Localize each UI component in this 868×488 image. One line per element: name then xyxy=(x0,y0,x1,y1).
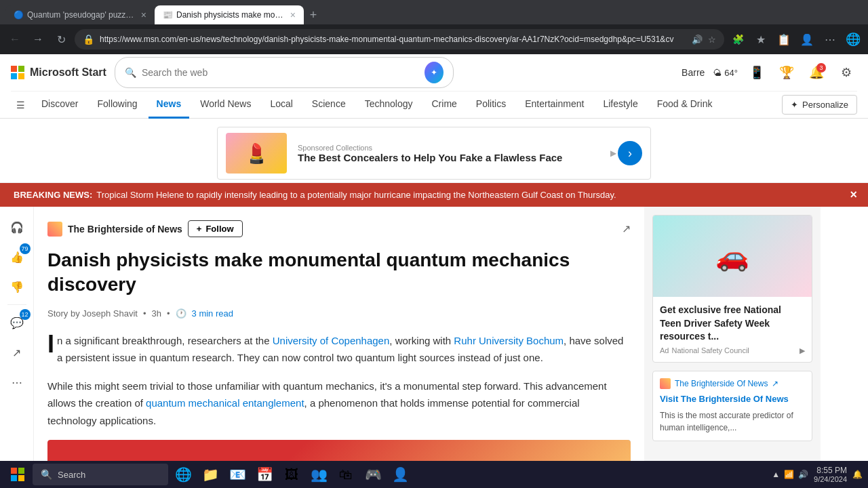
nav-item-following[interactable]: Following xyxy=(89,92,145,119)
msn-search-box[interactable]: 🔍 ✦ xyxy=(115,57,454,88)
ruhr-university-link[interactable]: Ruhr University Bochum xyxy=(454,335,564,346)
article-title: Danish physicists make monumental quantu… xyxy=(47,248,631,298)
university-copenhagen-link[interactable]: University of Copenhagen xyxy=(273,335,390,346)
taskbar-search[interactable]: 🔍 Search xyxy=(33,464,168,485)
new-tab-button[interactable]: + xyxy=(304,5,323,24)
weather-icon: 🌤 xyxy=(713,68,722,78)
nav-item-science[interactable]: Science xyxy=(304,92,354,119)
extensions-button[interactable]: 🧩 xyxy=(728,30,747,49)
audio-icon[interactable]: 🎧 xyxy=(5,215,29,239)
taskbar-up-icon[interactable]: ▲ xyxy=(772,470,780,479)
taskbar-teams[interactable]: 👥 xyxy=(307,462,331,487)
nav-item-news[interactable]: News xyxy=(149,92,190,119)
share-button[interactable]: ↗ xyxy=(5,340,29,365)
taskbar-explorer[interactable]: 📁 xyxy=(198,462,222,487)
profile-button[interactable]: 👤 xyxy=(797,30,816,49)
nav-item-technology[interactable]: Technology xyxy=(357,92,421,119)
ad-dismiss-icon[interactable]: ▶ xyxy=(610,148,616,158)
msn-search-input[interactable] xyxy=(142,67,419,78)
tab-2-close[interactable]: × xyxy=(290,9,296,20)
more-options-button[interactable]: ⋯ xyxy=(5,370,29,394)
taskbar-game[interactable]: 🎮 xyxy=(361,462,385,487)
copilot-button[interactable]: ✦ xyxy=(425,62,443,83)
nav-item-politics[interactable]: Politics xyxy=(468,92,514,119)
collections-button[interactable]: 📋 xyxy=(774,30,793,49)
notifications-icon[interactable]: 🔔 3 xyxy=(806,62,827,83)
tab-bar: 🔵 Quantum 'pseudogap' puzzle cra... × 📰 … xyxy=(0,0,868,24)
taskbar-notification-icon[interactable]: 🔔 xyxy=(852,470,863,479)
entanglement-link[interactable]: quantum mechanical entanglement xyxy=(146,397,304,409)
msn-logo[interactable]: Microsoft Start xyxy=(11,66,106,79)
weather-widget[interactable]: 🌤 64° xyxy=(713,68,738,78)
refresh-button[interactable]: ↻ xyxy=(52,30,71,49)
follow-button[interactable]: + Follow xyxy=(188,220,243,237)
edge-icon[interactable]: 🌐 xyxy=(844,30,863,49)
taskbar-volume-icon[interactable]: 🔊 xyxy=(798,470,808,479)
right-ad-image: 🚗 xyxy=(653,216,812,297)
taskbar-edge[interactable]: 🌐 xyxy=(171,462,195,487)
svg-rect-4 xyxy=(11,468,17,474)
ad-label: Sponsored Collections xyxy=(298,144,607,152)
related-external-icon[interactable]: ↗ xyxy=(772,379,778,388)
taskbar-calendar[interactable]: 📅 xyxy=(252,462,277,487)
address-input[interactable] xyxy=(100,35,686,44)
mobile-icon[interactable]: 📱 xyxy=(746,62,768,83)
nav-item-lifestyle[interactable]: Lifestyle xyxy=(595,92,646,119)
left-sidebar: 🎧 79 👍 👎 12 💬 ↗ ⋯ xyxy=(0,207,34,488)
article-paragraph-2: While this might seem trivial to those u… xyxy=(47,378,631,430)
related-article-title[interactable]: Visit The Brighterside Of News xyxy=(660,393,805,405)
external-link-icon[interactable]: ↗ xyxy=(622,222,631,235)
favorites-button[interactable]: ★ xyxy=(751,30,770,49)
taskbar-network-icon[interactable]: 📶 xyxy=(784,470,794,479)
nav-item-food-drink[interactable]: Food & Drink xyxy=(649,92,721,119)
downvote-button[interactable]: 👎 xyxy=(5,274,29,299)
right-ad-dismiss[interactable]: ▶ xyxy=(800,346,805,355)
right-ad-body: Get exclusive free National Teen Driver … xyxy=(653,297,812,362)
back-button[interactable]: ← xyxy=(5,30,24,49)
taskbar-profile[interactable]: 👤 xyxy=(388,462,412,487)
msn-logo-icon xyxy=(11,66,24,79)
more-tools-button[interactable]: ⋯ xyxy=(821,30,840,49)
address-bar[interactable]: 🔒 🔊 ☆ xyxy=(75,29,724,49)
hamburger-menu[interactable]: ☰ xyxy=(11,94,31,116)
ad-forward-button[interactable]: › xyxy=(618,141,642,165)
nav-item-local[interactable]: Local xyxy=(262,92,300,119)
favorites-icon[interactable]: ☆ xyxy=(708,35,716,45)
upvote-button[interactable]: 79 👍 xyxy=(5,245,29,269)
breaking-news-text: Tropical Storm Helene to rapidly intensi… xyxy=(96,190,616,200)
right-ad-card[interactable]: 🚗 Get exclusive free National Teen Drive… xyxy=(652,215,812,363)
personalize-button[interactable]: ✦ Personalize xyxy=(782,95,857,115)
rewards-icon[interactable]: 🏆 xyxy=(776,62,797,83)
nav-item-crime[interactable]: Crime xyxy=(424,92,465,119)
breaking-news-label: BREAKING NEWS: xyxy=(14,190,92,200)
ad-content: Sponsored Collections The Best Concealer… xyxy=(298,144,607,163)
comment-button[interactable]: 12 💬 xyxy=(5,310,29,335)
tab-1-close[interactable]: × xyxy=(141,9,146,20)
tab-2[interactable]: 📰 Danish physicists make monume... × xyxy=(155,5,304,24)
forward-button[interactable]: → xyxy=(28,30,47,49)
taskbar-store[interactable]: 🛍 xyxy=(334,462,358,487)
clock-icon: 🕐 xyxy=(176,308,186,319)
svg-rect-5 xyxy=(18,468,24,474)
article-meta: Story by Joseph Shavit • 3h • 🕐 3 min re… xyxy=(47,308,631,319)
nav-item-discover[interactable]: Discover xyxy=(33,92,86,119)
tab-1[interactable]: 🔵 Quantum 'pseudogap' puzzle cra... × xyxy=(5,5,155,24)
ad-card[interactable]: 💄 Sponsored Collections The Best Conceal… xyxy=(217,127,651,180)
article-paragraph-1: In a significant breakthrough, researche… xyxy=(47,332,631,367)
taskbar-clock[interactable]: 8:55 PM 9/24/2024 xyxy=(814,466,847,483)
read-aloud-icon[interactable]: 🔊 xyxy=(692,35,703,45)
breaking-news-close[interactable]: × xyxy=(850,188,857,202)
start-button[interactable] xyxy=(5,462,30,487)
settings-icon[interactable]: ⚙ xyxy=(835,62,857,83)
tab-2-title: Danish physicists make monume... xyxy=(176,10,283,20)
related-source-name[interactable]: The Brighterside Of News xyxy=(675,379,768,388)
taskbar-photos[interactable]: 🖼 xyxy=(279,462,304,487)
related-article-card[interactable]: The Brighterside Of News ↗ Visit The Bri… xyxy=(652,371,812,441)
svg-rect-3 xyxy=(18,73,24,79)
phone-icon: 📱 xyxy=(749,65,764,80)
nav-item-world-news[interactable]: World News xyxy=(192,92,259,119)
main-layout: 🎧 79 👍 👎 12 💬 ↗ ⋯ The Brighterside of Ne… xyxy=(0,207,868,488)
taskbar-mail[interactable]: 📧 xyxy=(225,462,250,487)
browser-chrome: 🔵 Quantum 'pseudogap' puzzle cra... × 📰 … xyxy=(0,0,868,54)
nav-item-entertainment[interactable]: Entertainment xyxy=(517,92,592,119)
